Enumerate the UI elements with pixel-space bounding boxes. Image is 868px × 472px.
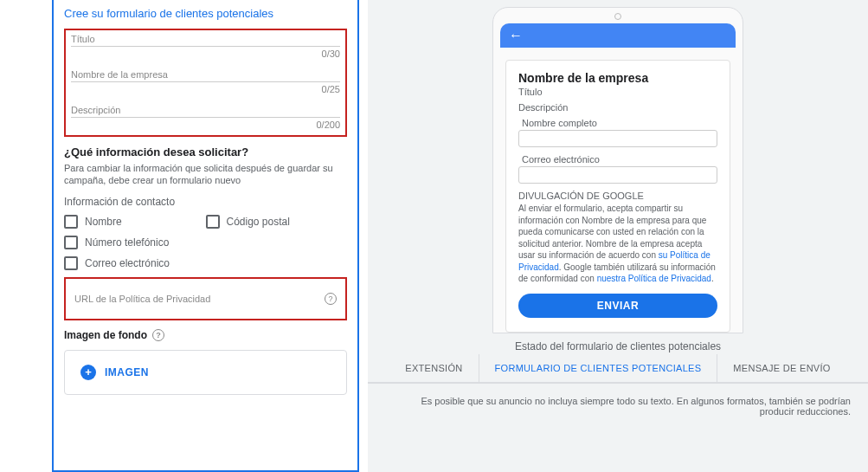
- checkbox-icon: [64, 215, 78, 229]
- privacy-link-google[interactable]: nuestra Política de Privacidad: [597, 274, 711, 283]
- preview-company: Nombre de la empresa: [518, 71, 717, 85]
- tab-extension[interactable]: EXTENSIÓN: [389, 354, 478, 382]
- section-title: Cree su formulario de clientes potencial…: [64, 7, 347, 20]
- disclosure-title: DIVULGACIÓN DE GOOGLE: [518, 191, 717, 201]
- footer-note: Es posible que su anuncio no incluya sie…: [368, 383, 868, 429]
- preview-fullname-label: Nombre completo: [522, 118, 717, 128]
- create-lead-form-panel: Cree su formulario de clientes potencial…: [52, 0, 359, 472]
- company-counter: 0/25: [71, 84, 340, 94]
- description-input[interactable]: Descripción: [71, 105, 340, 115]
- tab-lead-form[interactable]: FORMULARIO DE CLIENTES POTENCIALES: [479, 354, 717, 382]
- preview-tabs: EXTENSIÓN FORMULARIO DE CLIENTES POTENCI…: [368, 354, 868, 383]
- preview-description: Descripción: [518, 102, 717, 113]
- checkbox-email[interactable]: Correo electrónico: [64, 256, 347, 270]
- checkbox-icon: [64, 236, 78, 249]
- description-counter: 0/200: [71, 120, 340, 130]
- help-icon[interactable]: ?: [152, 329, 164, 341]
- plus-icon: +: [80, 365, 96, 380]
- add-image-button[interactable]: + IMAGEN: [64, 350, 347, 395]
- checkbox-phone[interactable]: Número telefónico: [64, 236, 347, 249]
- help-icon[interactable]: ?: [325, 293, 337, 305]
- checkbox-icon: [206, 215, 220, 229]
- disclosure-text: Al enviar el formulario, acepta comparti…: [518, 203, 717, 285]
- send-button[interactable]: ENVIAR: [518, 294, 717, 318]
- checkbox-icon: [64, 256, 78, 270]
- checkbox-name[interactable]: Nombre: [64, 215, 206, 229]
- info-help-text: Para cambiar la información que solicita…: [64, 162, 347, 187]
- info-question: ¿Qué información desea solicitar?: [64, 145, 347, 158]
- preview-title: Título: [518, 87, 717, 97]
- checkbox-postal[interactable]: Código postal: [206, 215, 348, 229]
- title-counter: 0/30: [71, 48, 340, 59]
- highlight-box-privacy: URL de la Política de Privacidad ?: [64, 277, 347, 320]
- contact-info-label: Información de contacto: [64, 196, 347, 208]
- highlight-box-fields: Título 0/30 Nombre de la empresa 0/25 De…: [64, 29, 347, 137]
- background-image-label: Imagen de fondo: [64, 329, 147, 341]
- tab-send-message[interactable]: MENSAJE DE ENVÍO: [717, 354, 845, 382]
- company-input[interactable]: Nombre de la empresa: [71, 69, 340, 80]
- back-arrow-icon[interactable]: ←: [509, 28, 523, 43]
- title-input[interactable]: Título: [71, 34, 340, 44]
- speaker-icon: [614, 13, 621, 20]
- preview-state-label: Estado del formulario de clientes potenc…: [515, 340, 721, 352]
- phone-preview: ← Nombre de la empresa Título Descripció…: [492, 7, 743, 333]
- preview-email-input: [518, 166, 717, 184]
- preview-fullname-input: [518, 130, 717, 147]
- privacy-url-input[interactable]: URL de la Política de Privacidad: [74, 294, 210, 304]
- preview-email-label: Correo electrónico: [522, 154, 717, 165]
